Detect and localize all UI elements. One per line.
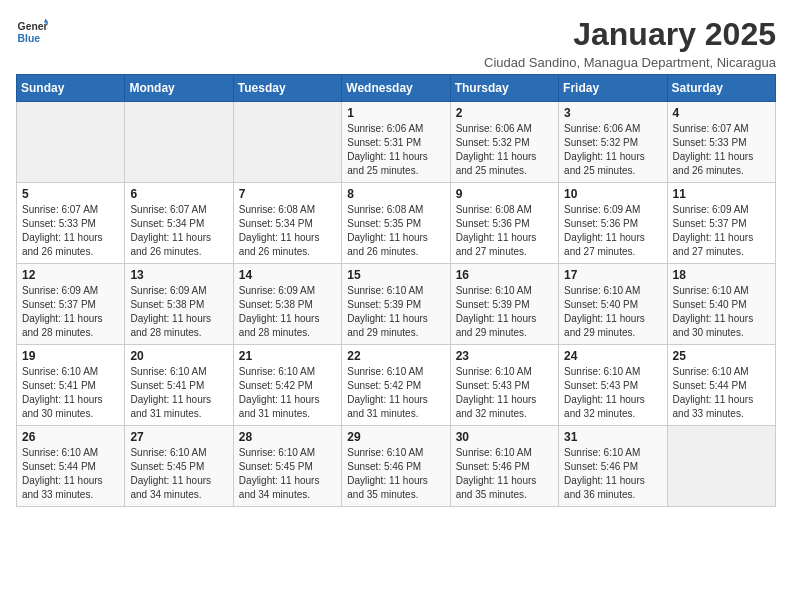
- calendar-cell: 8Sunrise: 6:08 AMSunset: 5:35 PMDaylight…: [342, 183, 450, 264]
- calendar-cell: 5Sunrise: 6:07 AMSunset: 5:33 PMDaylight…: [17, 183, 125, 264]
- cell-info: Sunrise: 6:10 AMSunset: 5:39 PMDaylight:…: [456, 284, 553, 340]
- cell-info: Sunrise: 6:09 AMSunset: 5:37 PMDaylight:…: [22, 284, 119, 340]
- cell-info: Sunrise: 6:10 AMSunset: 5:43 PMDaylight:…: [456, 365, 553, 421]
- cell-day-number: 4: [673, 106, 770, 120]
- calendar-cell: 9Sunrise: 6:08 AMSunset: 5:36 PMDaylight…: [450, 183, 558, 264]
- calendar-cell: 12Sunrise: 6:09 AMSunset: 5:37 PMDayligh…: [17, 264, 125, 345]
- weekday-header-sunday: Sunday: [17, 75, 125, 102]
- cell-day-number: 15: [347, 268, 444, 282]
- calendar-cell: 10Sunrise: 6:09 AMSunset: 5:36 PMDayligh…: [559, 183, 667, 264]
- calendar-subtitle: Ciudad Sandino, Managua Department, Nica…: [484, 55, 776, 70]
- cell-day-number: 7: [239, 187, 336, 201]
- cell-info: Sunrise: 6:08 AMSunset: 5:34 PMDaylight:…: [239, 203, 336, 259]
- cell-info: Sunrise: 6:10 AMSunset: 5:46 PMDaylight:…: [456, 446, 553, 502]
- logo: General Blue: [16, 16, 48, 48]
- week-row-1: 1Sunrise: 6:06 AMSunset: 5:31 PMDaylight…: [17, 102, 776, 183]
- cell-info: Sunrise: 6:10 AMSunset: 5:40 PMDaylight:…: [673, 284, 770, 340]
- calendar-cell: [125, 102, 233, 183]
- weekday-header-saturday: Saturday: [667, 75, 775, 102]
- cell-day-number: 17: [564, 268, 661, 282]
- calendar-cell: 17Sunrise: 6:10 AMSunset: 5:40 PMDayligh…: [559, 264, 667, 345]
- calendar-body: 1Sunrise: 6:06 AMSunset: 5:31 PMDaylight…: [17, 102, 776, 507]
- cell-day-number: 14: [239, 268, 336, 282]
- calendar-cell: 31Sunrise: 6:10 AMSunset: 5:46 PMDayligh…: [559, 426, 667, 507]
- calendar-cell: 24Sunrise: 6:10 AMSunset: 5:43 PMDayligh…: [559, 345, 667, 426]
- week-row-4: 19Sunrise: 6:10 AMSunset: 5:41 PMDayligh…: [17, 345, 776, 426]
- weekday-header-wednesday: Wednesday: [342, 75, 450, 102]
- cell-day-number: 23: [456, 349, 553, 363]
- cell-day-number: 29: [347, 430, 444, 444]
- cell-info: Sunrise: 6:10 AMSunset: 5:46 PMDaylight:…: [564, 446, 661, 502]
- cell-day-number: 5: [22, 187, 119, 201]
- cell-day-number: 6: [130, 187, 227, 201]
- cell-info: Sunrise: 6:10 AMSunset: 5:44 PMDaylight:…: [673, 365, 770, 421]
- calendar-cell: 30Sunrise: 6:10 AMSunset: 5:46 PMDayligh…: [450, 426, 558, 507]
- calendar-cell: 26Sunrise: 6:10 AMSunset: 5:44 PMDayligh…: [17, 426, 125, 507]
- calendar-cell: 3Sunrise: 6:06 AMSunset: 5:32 PMDaylight…: [559, 102, 667, 183]
- cell-day-number: 22: [347, 349, 444, 363]
- cell-day-number: 25: [673, 349, 770, 363]
- cell-day-number: 1: [347, 106, 444, 120]
- logo-icon: General Blue: [16, 16, 48, 48]
- cell-info: Sunrise: 6:10 AMSunset: 5:41 PMDaylight:…: [130, 365, 227, 421]
- calendar-cell: 29Sunrise: 6:10 AMSunset: 5:46 PMDayligh…: [342, 426, 450, 507]
- cell-day-number: 19: [22, 349, 119, 363]
- calendar-cell: [233, 102, 341, 183]
- cell-info: Sunrise: 6:08 AMSunset: 5:36 PMDaylight:…: [456, 203, 553, 259]
- cell-info: Sunrise: 6:09 AMSunset: 5:36 PMDaylight:…: [564, 203, 661, 259]
- calendar-cell: 22Sunrise: 6:10 AMSunset: 5:42 PMDayligh…: [342, 345, 450, 426]
- cell-info: Sunrise: 6:06 AMSunset: 5:32 PMDaylight:…: [564, 122, 661, 178]
- cell-info: Sunrise: 6:09 AMSunset: 5:38 PMDaylight:…: [130, 284, 227, 340]
- cell-info: Sunrise: 6:10 AMSunset: 5:40 PMDaylight:…: [564, 284, 661, 340]
- cell-info: Sunrise: 6:10 AMSunset: 5:39 PMDaylight:…: [347, 284, 444, 340]
- cell-day-number: 27: [130, 430, 227, 444]
- cell-info: Sunrise: 6:10 AMSunset: 5:44 PMDaylight:…: [22, 446, 119, 502]
- cell-info: Sunrise: 6:10 AMSunset: 5:45 PMDaylight:…: [239, 446, 336, 502]
- calendar-cell: 21Sunrise: 6:10 AMSunset: 5:42 PMDayligh…: [233, 345, 341, 426]
- cell-day-number: 24: [564, 349, 661, 363]
- weekday-header-friday: Friday: [559, 75, 667, 102]
- cell-info: Sunrise: 6:10 AMSunset: 5:45 PMDaylight:…: [130, 446, 227, 502]
- svg-text:Blue: Blue: [18, 33, 41, 44]
- cell-day-number: 21: [239, 349, 336, 363]
- cell-day-number: 10: [564, 187, 661, 201]
- calendar-title: January 2025: [484, 16, 776, 53]
- calendar-cell: 16Sunrise: 6:10 AMSunset: 5:39 PMDayligh…: [450, 264, 558, 345]
- calendar-cell: 28Sunrise: 6:10 AMSunset: 5:45 PMDayligh…: [233, 426, 341, 507]
- cell-info: Sunrise: 6:08 AMSunset: 5:35 PMDaylight:…: [347, 203, 444, 259]
- calendar-cell: 15Sunrise: 6:10 AMSunset: 5:39 PMDayligh…: [342, 264, 450, 345]
- cell-day-number: 28: [239, 430, 336, 444]
- svg-text:General: General: [18, 21, 48, 32]
- calendar-cell: 1Sunrise: 6:06 AMSunset: 5:31 PMDaylight…: [342, 102, 450, 183]
- calendar-cell: 19Sunrise: 6:10 AMSunset: 5:41 PMDayligh…: [17, 345, 125, 426]
- calendar-cell: 13Sunrise: 6:09 AMSunset: 5:38 PMDayligh…: [125, 264, 233, 345]
- cell-info: Sunrise: 6:06 AMSunset: 5:32 PMDaylight:…: [456, 122, 553, 178]
- weekday-header-monday: Monday: [125, 75, 233, 102]
- cell-info: Sunrise: 6:10 AMSunset: 5:43 PMDaylight:…: [564, 365, 661, 421]
- week-row-3: 12Sunrise: 6:09 AMSunset: 5:37 PMDayligh…: [17, 264, 776, 345]
- calendar-table: SundayMondayTuesdayWednesdayThursdayFrid…: [16, 74, 776, 507]
- calendar-cell: 2Sunrise: 6:06 AMSunset: 5:32 PMDaylight…: [450, 102, 558, 183]
- week-row-5: 26Sunrise: 6:10 AMSunset: 5:44 PMDayligh…: [17, 426, 776, 507]
- calendar-cell: 18Sunrise: 6:10 AMSunset: 5:40 PMDayligh…: [667, 264, 775, 345]
- cell-day-number: 20: [130, 349, 227, 363]
- cell-info: Sunrise: 6:09 AMSunset: 5:38 PMDaylight:…: [239, 284, 336, 340]
- cell-day-number: 13: [130, 268, 227, 282]
- cell-day-number: 18: [673, 268, 770, 282]
- week-row-2: 5Sunrise: 6:07 AMSunset: 5:33 PMDaylight…: [17, 183, 776, 264]
- cell-day-number: 12: [22, 268, 119, 282]
- cell-day-number: 3: [564, 106, 661, 120]
- cell-day-number: 8: [347, 187, 444, 201]
- calendar-cell: 7Sunrise: 6:08 AMSunset: 5:34 PMDaylight…: [233, 183, 341, 264]
- title-block: January 2025 Ciudad Sandino, Managua Dep…: [484, 16, 776, 70]
- calendar-cell: [667, 426, 775, 507]
- weekday-row: SundayMondayTuesdayWednesdayThursdayFrid…: [17, 75, 776, 102]
- calendar-cell: [17, 102, 125, 183]
- cell-day-number: 9: [456, 187, 553, 201]
- calendar-cell: 23Sunrise: 6:10 AMSunset: 5:43 PMDayligh…: [450, 345, 558, 426]
- calendar-cell: 20Sunrise: 6:10 AMSunset: 5:41 PMDayligh…: [125, 345, 233, 426]
- calendar-cell: 25Sunrise: 6:10 AMSunset: 5:44 PMDayligh…: [667, 345, 775, 426]
- cell-day-number: 2: [456, 106, 553, 120]
- weekday-header-tuesday: Tuesday: [233, 75, 341, 102]
- cell-day-number: 31: [564, 430, 661, 444]
